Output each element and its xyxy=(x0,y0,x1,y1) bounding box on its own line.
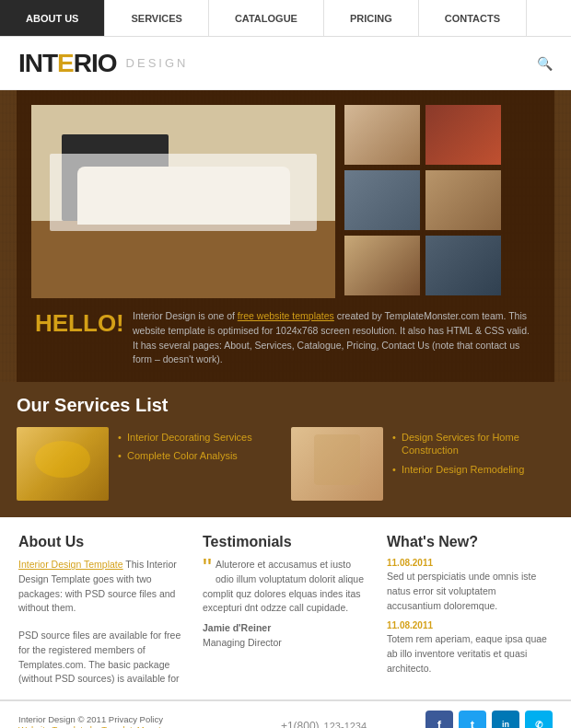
footer-testimonials: Testimonials " Aluterore et accusamus et… xyxy=(203,534,368,687)
news-title: What's New? xyxy=(387,534,553,550)
news-text-2: Totem rem aperiam, eaque ipsa quae ab il… xyxy=(387,632,553,676)
bottom-phone: +1(800) 123-1234 xyxy=(222,715,425,729)
thumb-row-3 xyxy=(344,236,540,295)
service-item-3: Design Services for Home Construction xyxy=(392,431,554,457)
hero-section: HELLO! Interior Design is one of free we… xyxy=(0,90,571,517)
nav-catalogue[interactable]: CATALOGUE xyxy=(209,0,324,36)
testimonial-text: Aluterore et accusamus et iusto odio ill… xyxy=(203,558,368,616)
testimonials-title: Testimonials xyxy=(203,534,368,550)
thumb-3[interactable] xyxy=(344,170,420,230)
hero-desc-text: Interior Design is one of free website t… xyxy=(133,310,530,364)
copyright-text: Interior Design © 2011 Privacy Policy xyxy=(18,714,222,724)
about-text1: Interior Design Template This Interior D… xyxy=(18,558,184,616)
service-image-1 xyxy=(17,427,109,501)
news-item-1: 11.08.2011 Sed ut perspiciatis unde omni… xyxy=(387,558,553,613)
hello-heading: HELLO! xyxy=(35,309,118,338)
hero-description: Interior Design is one of free website t… xyxy=(133,309,536,367)
service-item-2: Complete Color Analysis xyxy=(118,449,252,462)
site-header: INTERIO DESIGN 🔍 xyxy=(0,37,571,90)
service-item-4: Interior Design Remodeling xyxy=(392,463,554,476)
services-grid: Interior Decorating Services Complete Co… xyxy=(17,427,554,501)
footer-news: What's New? 11.08.2011 Sed ut perspiciat… xyxy=(387,534,553,687)
hero-content xyxy=(31,105,540,298)
nav-pricing[interactable]: PRICING xyxy=(324,0,419,36)
about-title: About Us xyxy=(18,534,184,550)
phone-prefix: +1(800) xyxy=(281,720,320,729)
about-template-link[interactable]: Interior Design Template xyxy=(18,559,123,570)
footer-about: About Us Interior Design Template This I… xyxy=(18,534,184,687)
template-credit: Website Template by TemplateMonster.com xyxy=(18,724,222,728)
twitter-icon[interactable]: t xyxy=(459,711,486,728)
tv-decoration xyxy=(62,134,169,222)
search-icon[interactable]: 🔍 xyxy=(537,56,553,71)
quote-mark: " xyxy=(203,558,212,578)
linkedin-icon[interactable]: in xyxy=(492,711,519,728)
hero-inner: HELLO! Interior Design is one of free we… xyxy=(17,90,554,382)
service-card-1: Interior Decorating Services Complete Co… xyxy=(17,427,280,501)
thumb-2[interactable] xyxy=(425,105,501,165)
news-date-1: 11.08.2011 xyxy=(387,558,553,568)
free-templates-link[interactable]: free website templates xyxy=(238,310,334,321)
news-item-2: 11.08.2011 Totem rem aperiam, eaque ipsa… xyxy=(387,620,553,676)
phone-number: 123-1234 xyxy=(324,721,367,729)
social-icons: f t in ✆ xyxy=(425,711,553,728)
nav-contacts[interactable]: CONTACTS xyxy=(419,0,527,36)
service-image-2 xyxy=(291,427,383,501)
bottom-bar: Interior Design © 2011 Privacy Policy We… xyxy=(0,700,571,728)
testimonial-role: Managing Director xyxy=(203,636,368,651)
testimonial-author: Jamie d'Reiner xyxy=(203,621,368,636)
news-date-2: 11.08.2011 xyxy=(387,620,553,630)
testimonial-block: " Aluterore et accusamus et iusto odio i… xyxy=(203,558,368,651)
thumb-row-2 xyxy=(344,170,540,230)
thumb-row-1 xyxy=(344,105,540,165)
site-tagline: DESIGN xyxy=(126,56,189,70)
services-section: Our Services List Interior Decorating Se… xyxy=(0,382,571,517)
living-room-image xyxy=(31,105,335,298)
thumb-6[interactable] xyxy=(425,236,501,295)
services-title: Our Services List xyxy=(17,395,554,416)
thumb-1[interactable] xyxy=(344,105,420,165)
main-nav: ABOUT US SERVICES CATALOGUE PRICING CONT… xyxy=(0,0,571,37)
template-link[interactable]: Website Template by TemplateMonster.com xyxy=(18,724,187,728)
logo-accent: E xyxy=(57,49,74,77)
news-text-1: Sed ut perspiciatis unde omnis iste natu… xyxy=(387,570,553,613)
hero-text-block: HELLO! Interior Design is one of free we… xyxy=(31,309,540,367)
sofa-decoration xyxy=(77,167,290,225)
nav-about[interactable]: ABOUT US xyxy=(0,0,105,36)
site-logo: INTERIO xyxy=(18,49,117,78)
about-text2: PSD source files are available for free … xyxy=(18,629,184,687)
footer-sections: About Us Interior Design Template This I… xyxy=(0,517,571,700)
skype-icon[interactable]: ✆ xyxy=(525,711,553,728)
hero-thumbnails xyxy=(344,105,540,298)
hero-main-image xyxy=(31,105,335,298)
service-list-2: Design Services for Home Construction In… xyxy=(392,427,554,501)
facebook-icon[interactable]: f xyxy=(425,711,453,728)
bottom-left: Interior Design © 2011 Privacy Policy We… xyxy=(18,714,222,728)
thumb-4[interactable] xyxy=(425,170,501,230)
service-card-2: Design Services for Home Construction In… xyxy=(291,427,554,501)
service-item-1: Interior Decorating Services xyxy=(118,431,252,444)
nav-services[interactable]: SERVICES xyxy=(105,0,208,36)
service-list-1: Interior Decorating Services Complete Co… xyxy=(118,427,252,501)
thumb-5[interactable] xyxy=(344,236,420,295)
